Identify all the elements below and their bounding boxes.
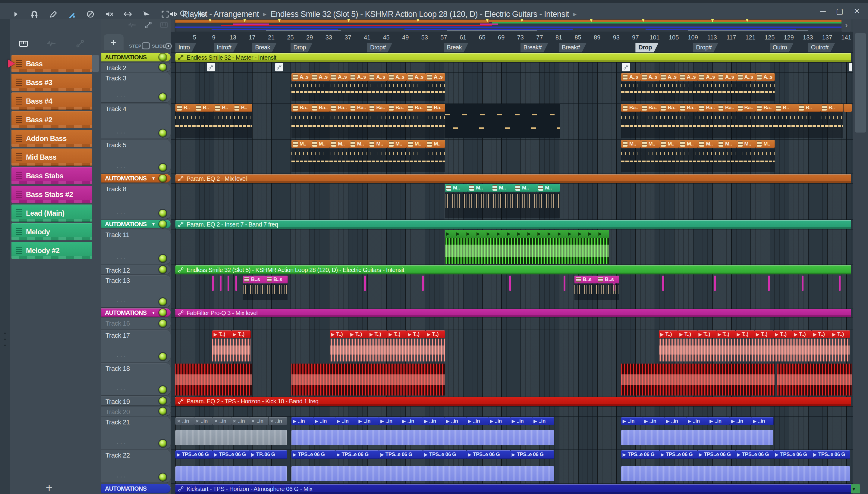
waveform[interactable]: [621, 430, 773, 445]
pattern-clip[interactable]: M..: [426, 140, 445, 148]
audio-clip[interactable]: ▶..in: [313, 417, 336, 425]
track-mute-led[interactable]: [159, 63, 166, 71]
midi-preview[interactable]: [292, 112, 445, 138]
pattern-card-mid-bass[interactable]: Mid Bass: [12, 149, 92, 166]
audio-clip[interactable]: ▶TPS..e 06 G: [774, 450, 812, 459]
automation-clip[interactable]: FabFilter Pro-Q 3 - Mix level: [176, 309, 851, 317]
pattern-clip[interactable]: B..s: [243, 276, 265, 283]
pattern-clip[interactable]: Ba..: [311, 104, 330, 112]
pattern-clip[interactable]: A..s: [621, 73, 641, 81]
stab-clip[interactable]: [564, 276, 566, 291]
automation-marker-clip[interactable]: [622, 63, 630, 71]
collapse-arrow-icon[interactable]: ▼: [151, 176, 155, 181]
step-mode-toggle[interactable]: [142, 42, 150, 50]
audio-clip[interactable]: ▶..in: [292, 417, 314, 425]
waveform[interactable]: [176, 430, 287, 445]
pattern-clip[interactable]: Ba..: [660, 104, 679, 112]
track-mute-led[interactable]: [159, 320, 166, 327]
clip-fragment[interactable]: [844, 104, 852, 112]
audio-clip[interactable]: ▶..in: [335, 417, 357, 425]
section-marker-intro[interactable]: Intro: [176, 43, 197, 52]
waveform[interactable]: [621, 364, 775, 396]
pattern-clip[interactable]: B..: [214, 104, 233, 112]
pattern-clip[interactable]: M..: [621, 140, 641, 148]
track-mute-led[interactable]: [159, 407, 166, 415]
automation-clip[interactable]: Endless Smile 32 (Slot 5) - KSHMR Action…: [176, 265, 851, 274]
audio-clip[interactable]: ▶TPS..e 06 G: [621, 450, 660, 459]
pattern-clip[interactable]: M..: [755, 140, 775, 148]
track-mute-led[interactable]: [159, 386, 166, 393]
pattern-clip[interactable]: M..: [468, 184, 491, 192]
section-marker-drop[interactable]: Drop: [635, 43, 659, 52]
pattern-card-bass-stabs[interactable]: Bass Stabs: [12, 167, 92, 184]
audio-clip[interactable]: ▶T..): [812, 330, 831, 338]
audio-clip[interactable]: ▶T..): [735, 330, 755, 338]
pattern-card-lead-main-[interactable]: Lead (Main): [12, 205, 92, 222]
audio-wave-icon[interactable]: [45, 39, 57, 50]
stab-clip[interactable]: [212, 276, 214, 291]
collapse-arrow-icon[interactable]: ▼: [151, 310, 155, 315]
audio-clip[interactable]: ▶T..): [406, 330, 426, 338]
midi-preview[interactable]: [445, 104, 560, 138]
pattern-clip[interactable]: B..: [195, 104, 214, 112]
automation-clip[interactable]: Param. EQ 2 - TPS - Horizon - Kick 10 - …: [176, 397, 851, 406]
audio-clip[interactable]: ▶T..): [678, 330, 697, 338]
audio-clip[interactable]: ▶..in: [686, 417, 708, 425]
pattern-clip[interactable]: M..: [445, 184, 468, 192]
pattern-clip[interactable]: A..s: [660, 73, 679, 81]
audio-clip[interactable]: ▶T..): [426, 330, 445, 338]
pattern-clip[interactable]: M..: [311, 140, 330, 148]
maximize-button[interactable]: ▢: [836, 7, 844, 16]
audio-clip[interactable]: ▶..in: [445, 417, 467, 425]
section-marker-intro#[interactable]: Intro#: [214, 43, 238, 52]
automation-marker-clip[interactable]: [275, 63, 283, 71]
pattern-clip[interactable]: B..: [820, 104, 844, 112]
track-mute-led[interactable]: [159, 221, 166, 228]
audio-clip[interactable]: ▶..in: [665, 417, 687, 425]
delete-tool-icon[interactable]: [85, 9, 96, 20]
audio-clip[interactable]: ▶TPS..e 06 G: [379, 450, 423, 459]
section-marker-drop#[interactable]: Drop#: [367, 43, 392, 52]
waveform[interactable]: [176, 364, 252, 396]
track-mute-led[interactable]: [159, 397, 166, 404]
midi-preview[interactable]: [445, 192, 560, 218]
piano-roll-icon[interactable]: [17, 39, 30, 50]
section-marker-drop#[interactable]: Drop#: [693, 43, 718, 52]
pattern-clip[interactable]: M..: [387, 140, 407, 148]
section-marker-break#[interactable]: Break#: [559, 43, 587, 52]
waveform[interactable]: [292, 430, 554, 445]
waveform[interactable]: [292, 466, 554, 481]
stab-clip[interactable]: [802, 276, 804, 291]
midi-preview[interactable]: [292, 82, 445, 101]
automation-clip[interactable]: Param. EQ 2 - Mix level: [176, 174, 851, 183]
pattern-clip[interactable]: A..s: [407, 73, 426, 81]
waveform[interactable]: [445, 238, 609, 264]
audio-clip[interactable]: ▶..in: [401, 417, 423, 425]
picker-speaker-icon[interactable]: [168, 9, 179, 20]
waveform[interactable]: [176, 466, 287, 481]
audio-clip[interactable]: ▶..in: [379, 417, 401, 425]
audio-clip[interactable]: ▶..in: [532, 417, 555, 425]
audio-clip[interactable]: ▶TPS..e 06 G: [176, 450, 213, 459]
audio-clip[interactable]: ▶..in: [488, 417, 511, 425]
pattern-clip[interactable]: Ba..: [679, 104, 698, 112]
section-marker-outro[interactable]: Outro: [770, 43, 794, 52]
pattern-clip[interactable]: B..s: [597, 276, 620, 283]
pattern-clip[interactable]: A..s: [292, 73, 311, 81]
automation-clip[interactable]: Endless Smile 32 - Master - Intensit: [176, 53, 851, 62]
track-mute-led[interactable]: [159, 255, 166, 262]
pattern-clip[interactable]: B..: [176, 104, 195, 112]
midi-preview[interactable]: [621, 112, 775, 138]
waveform[interactable]: [292, 364, 445, 396]
track-mute-led[interactable]: [159, 298, 166, 305]
pattern-clip[interactable]: M..: [660, 140, 679, 148]
audio-clip[interactable]: ✕..in: [194, 417, 213, 425]
audio-clip[interactable]: ▶..in: [423, 417, 445, 425]
track-mute-led[interactable]: [159, 440, 166, 447]
audio-clip[interactable]: ✕..in: [269, 417, 288, 425]
pattern-card-melody[interactable]: Melody: [12, 223, 92, 240]
stab-clip[interactable]: [839, 276, 841, 291]
pattern-clip[interactable]: A..s: [330, 73, 349, 81]
audio-clip[interactable]: ▶T..): [330, 330, 349, 338]
audio-clip[interactable]: ▶T..): [793, 330, 812, 338]
